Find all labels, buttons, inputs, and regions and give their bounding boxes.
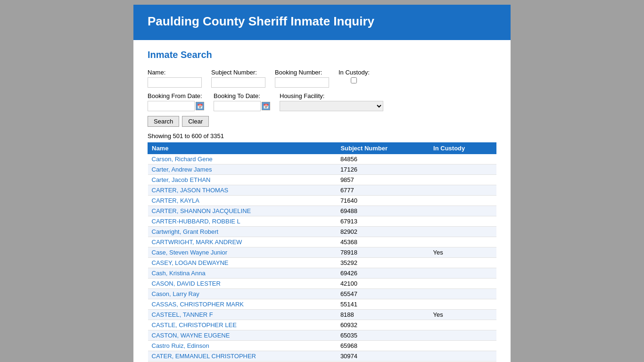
inmate-subject-cell: 55141 xyxy=(337,299,429,310)
inmate-subject-cell: 60932 xyxy=(337,320,429,330)
inmate-name-link[interactable]: CARTER, KAYLA xyxy=(152,197,199,204)
inmate-custody-cell xyxy=(429,237,496,247)
housing-facility-select[interactable] xyxy=(280,101,383,111)
inmate-name-cell: Cash, Kristina Anna xyxy=(148,268,337,279)
booking-from-field-group: Booking From Date: 📅 xyxy=(148,92,204,111)
table-row: Cash, Kristina Anna69426 xyxy=(148,268,496,279)
search-button[interactable]: Search xyxy=(148,116,179,127)
inmate-name-link[interactable]: CASTON, WAYNE EUGENE xyxy=(152,332,230,339)
inmate-name-cell: CASTEEL, TANNER F xyxy=(148,310,337,320)
inmate-subject-cell: 78918 xyxy=(337,247,429,258)
inmate-name-link[interactable]: Carson, Richard Gene xyxy=(152,156,213,163)
page-header-title: Paulding County Sheriff Inmate Inquiry xyxy=(148,14,496,29)
booking-from-input[interactable] xyxy=(148,101,195,111)
inmate-subject-cell: 65035 xyxy=(337,330,429,341)
inmate-subject-cell: 42100 xyxy=(337,279,429,289)
inmate-name-cell: CARTER, JASON THOMAS xyxy=(148,185,337,196)
subject-number-input[interactable] xyxy=(211,77,265,88)
booking-number-label: Booking Number: xyxy=(275,69,329,76)
inmate-name-link[interactable]: CARTWRIGHT, MARK ANDREW xyxy=(152,239,242,246)
clear-button[interactable]: Clear xyxy=(182,116,209,127)
inmate-custody-cell xyxy=(429,175,496,185)
table-row: CASTLE, CHRISTOPHER LEE60932 xyxy=(148,320,496,330)
inmate-name-cell: CARTER-HUBBARD, ROBBIE L xyxy=(148,216,337,227)
inmate-name-cell: Case, Steven Wayne Junior xyxy=(148,247,337,258)
housing-facility-label: Housing Facility: xyxy=(280,92,383,99)
inmate-name-link[interactable]: Carter, Jacob ETHAN xyxy=(152,176,211,183)
inmate-table: Name Subject Number In Custody Carson, R… xyxy=(148,142,496,362)
in-custody-field-group: In Custody: xyxy=(339,69,370,83)
inmate-name-cell: Carter, Andrew James xyxy=(148,165,337,175)
inmate-name-link[interactable]: Cash, Kristina Anna xyxy=(152,270,206,277)
in-custody-checkbox[interactable] xyxy=(351,77,357,83)
inmate-name-cell: CASSAS, CHRISTOPHER MARK xyxy=(148,299,337,310)
inmate-custody-cell xyxy=(429,330,496,341)
booking-to-label: Booking To Date: xyxy=(214,92,270,99)
booking-to-calendar-icon[interactable]: 📅 xyxy=(262,102,270,110)
inmate-name-link[interactable]: CASEY, LOGAN DEWAYNE xyxy=(152,259,229,266)
inmate-custody-cell xyxy=(429,185,496,196)
inmate-name-link[interactable]: CASSAS, CHRISTOPHER MARK xyxy=(152,301,244,308)
inmate-name-link[interactable]: CATER, EMMANUEL CHRISTOPHER xyxy=(152,353,256,360)
name-input[interactable] xyxy=(148,77,202,88)
inmate-name-cell: CARTWRIGHT, MARK ANDREW xyxy=(148,237,337,247)
inmate-custody-cell xyxy=(429,196,496,206)
inmate-name-link[interactable]: CARTER, SHANNON JACQUELINE xyxy=(152,207,251,214)
inmate-name-cell: CASTLE, CHRISTOPHER LEE xyxy=(148,320,337,330)
table-row: CARTER, KAYLA71640 xyxy=(148,196,496,206)
inmate-custody-cell xyxy=(429,227,496,237)
name-label: Name: xyxy=(148,69,202,76)
inmate-custody-cell xyxy=(429,299,496,310)
inmate-name-link[interactable]: Case, Steven Wayne Junior xyxy=(152,249,228,256)
inmate-subject-cell: 67913 xyxy=(337,216,429,227)
inmate-name-link[interactable]: CARTER-HUBBARD, ROBBIE L xyxy=(152,218,240,225)
inmate-name-link[interactable]: Cason, Larry Ray xyxy=(152,290,199,297)
inmate-name-link[interactable]: Carter, Andrew James xyxy=(152,166,212,173)
table-row: CARTER, SHANNON JACQUELINE69488 xyxy=(148,206,496,216)
inmate-subject-cell: 30974 xyxy=(337,351,429,362)
booking-number-input[interactable] xyxy=(275,77,329,88)
table-row: Cartwright, Grant Robert82902 xyxy=(148,227,496,237)
inmate-name-link[interactable]: CASON, DAVID LESTER xyxy=(152,280,221,287)
inmate-name-cell: CASON, DAVID LESTER xyxy=(148,279,337,289)
inmate-name-cell: CARTER, KAYLA xyxy=(148,196,337,206)
inmate-name-cell: Carson, Richard Gene xyxy=(148,154,337,165)
inmate-name-link[interactable]: CARTER, JASON THOMAS xyxy=(152,187,229,194)
inmate-name-link[interactable]: Castro Ruiz, Edinson xyxy=(152,342,209,349)
inmate-custody-cell xyxy=(429,279,496,289)
booking-from-label: Booking From Date: xyxy=(148,92,204,99)
booking-from-calendar-icon[interactable]: 📅 xyxy=(196,102,204,110)
inmate-custody-cell xyxy=(429,258,496,268)
col-header-custody: In Custody xyxy=(429,143,496,154)
table-row: Cason, Larry Ray65547 xyxy=(148,289,496,299)
table-row: Castro Ruiz, Edinson65968 xyxy=(148,341,496,351)
page-title: Inmate Search xyxy=(148,49,496,60)
inmate-subject-cell: 71640 xyxy=(337,196,429,206)
inmate-custody-cell xyxy=(429,165,496,175)
table-row: CASSAS, CHRISTOPHER MARK55141 xyxy=(148,299,496,310)
inmate-custody-cell xyxy=(429,154,496,165)
inmate-subject-cell: 6777 xyxy=(337,185,429,196)
inmate-name-link[interactable]: CASTLE, CHRISTOPHER LEE xyxy=(152,321,237,329)
table-row: CARTER, JASON THOMAS6777 xyxy=(148,185,496,196)
inmate-name-link[interactable]: Cartwright, Grant Robert xyxy=(152,228,219,235)
col-header-name: Name xyxy=(148,143,337,154)
col-header-subject: Subject Number xyxy=(337,143,429,154)
booking-to-input[interactable] xyxy=(214,101,261,111)
table-row: CASTEEL, TANNER F8188Yes xyxy=(148,310,496,320)
inmate-custody-cell: Yes xyxy=(429,310,496,320)
inmate-subject-cell: 17126 xyxy=(337,165,429,175)
inmate-name-cell: CASEY, LOGAN DEWAYNE xyxy=(148,258,337,268)
table-row: Carter, Andrew James17126 xyxy=(148,165,496,175)
inmate-custody-cell: Yes xyxy=(429,247,496,258)
inmate-custody-cell xyxy=(429,289,496,299)
inmate-subject-cell: 69426 xyxy=(337,268,429,279)
in-custody-label: In Custody: xyxy=(339,69,370,76)
booking-to-field-group: Booking To Date: 📅 xyxy=(214,92,270,111)
subject-number-field-group: Subject Number: xyxy=(211,69,265,88)
inmate-custody-cell xyxy=(429,320,496,330)
inmate-name-link[interactable]: CASTEEL, TANNER F xyxy=(152,311,213,318)
table-row: CASTON, WAYNE EUGENE65035 xyxy=(148,330,496,341)
table-row: Carter, Jacob ETHAN9857 xyxy=(148,175,496,185)
inmate-name-cell: Castro Ruiz, Edinson xyxy=(148,341,337,351)
